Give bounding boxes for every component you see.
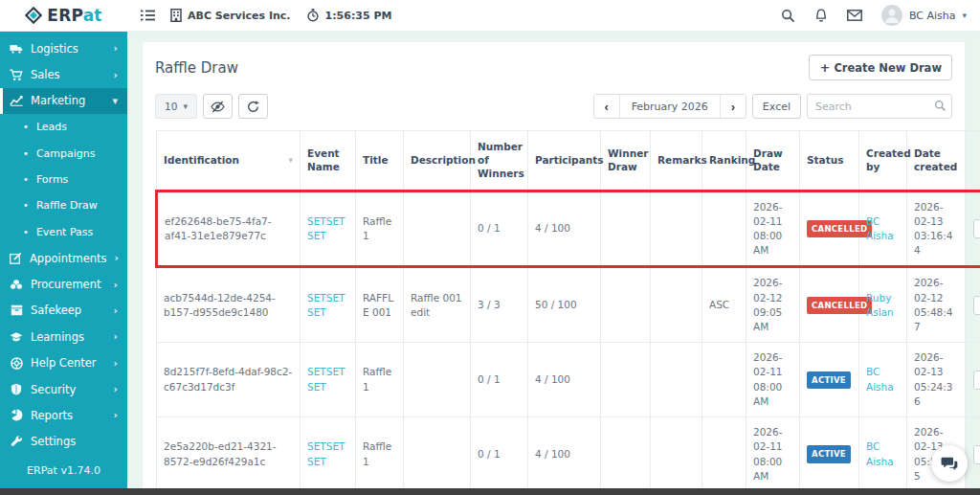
table-row: 2e5a220b-ed21-4321-8572-e9d26f429a1c SET… <box>157 417 980 488</box>
bullet-icon: • <box>23 122 29 132</box>
column-header-draw-date[interactable]: Draw Date <box>746 131 800 191</box>
sidebar-item-sales[interactable]: Sales › <box>0 61 127 87</box>
sidebar-item-label: Marketing <box>31 94 85 107</box>
cell-remarks <box>651 417 702 488</box>
erpat-logo-icon <box>25 7 42 24</box>
cell-description <box>404 417 471 488</box>
month-label: February 2026 <box>619 95 721 118</box>
cell-draw-date: 2026-02-11 08:00 AM <box>746 417 800 488</box>
sidebar-subitem-raffle-draw[interactable]: • Raffle Draw <box>0 192 127 218</box>
sidebar-item-procurement[interactable]: Procurement › <box>0 271 127 297</box>
columns-menu-icon[interactable]: ≡ <box>967 131 980 191</box>
column-header-created-by[interactable]: Created by <box>859 131 907 191</box>
cell-event-name-link[interactable]: SETSETSET <box>301 417 356 488</box>
table-search <box>807 94 952 119</box>
sort-caret-icon: ▾ <box>288 154 293 166</box>
sidebar-item-learnings[interactable]: Learnings › <box>0 324 127 349</box>
cell-title: Raffle 1 <box>356 417 404 488</box>
erpat-logo[interactable]: ERPat <box>0 0 127 31</box>
user-menu-caret-icon: ▾ <box>962 11 967 20</box>
cell-created-by-link[interactable]: BC Aisha <box>859 417 907 488</box>
column-header-title[interactable]: Title <box>356 131 404 191</box>
time-value: 1:56:35 PM <box>325 10 392 22</box>
cell-title: Raffle 1 <box>356 191 404 267</box>
column-header-identification[interactable]: Identification ▾ <box>157 131 301 191</box>
sidebar-item-safekeep[interactable]: Safekeep › <box>0 298 127 324</box>
server-time: 1:56:35 PM <box>306 9 392 22</box>
search-icon[interactable] <box>781 9 795 23</box>
prev-month-button[interactable]: ‹ <box>594 95 619 118</box>
cart-icon <box>10 69 23 81</box>
cell-event-name-link[interactable]: SETSETSET <box>301 267 356 343</box>
column-header-date-created[interactable]: Date created <box>907 131 967 191</box>
row-actions-button[interactable]: ⚙⚙ ▾ <box>973 296 980 315</box>
cell-ranking: ASC <box>702 267 746 343</box>
sidebar-subitem-campaigns[interactable]: • Campaigns <box>0 141 127 167</box>
column-header-ranking[interactable]: Ranking <box>702 131 746 191</box>
coins-icon <box>10 279 23 290</box>
cell-status: ACTIVE <box>800 343 859 417</box>
column-header-event-name[interactable]: Event Name <box>301 131 356 191</box>
cell-remarks <box>651 343 702 417</box>
chevron-right-icon: › <box>113 330 118 343</box>
sidebar-item-appointments[interactable]: Appointments › <box>0 245 127 271</box>
sidebar-item-security[interactable]: Security › <box>0 376 127 402</box>
eye-slash-icon <box>211 101 225 113</box>
cell-ranking <box>702 191 746 267</box>
sidebar-subitem-label: Raffle Draw <box>36 199 98 212</box>
column-header-description[interactable]: Description <box>404 131 471 191</box>
sidebar-item-help-center[interactable]: Help Center › <box>0 350 127 376</box>
row-actions-button[interactable]: ⚙⚙ ▾ <box>973 445 980 464</box>
cell-number-of-winners: 3 / 3 <box>471 267 528 343</box>
cell-created-by-link[interactable]: BC Aisha <box>859 343 907 417</box>
cell-draw-date: 2026-02-11 08:00 AM <box>746 343 800 417</box>
page-size-select[interactable]: 10 ▾ <box>155 94 197 119</box>
column-header-participants[interactable]: Participants <box>528 131 601 191</box>
status-badge: ACTIVE <box>807 445 851 462</box>
messages-envelope-icon[interactable] <box>847 10 862 21</box>
cell-created-by-link[interactable]: BC Aisha <box>859 191 907 267</box>
refresh-button[interactable] <box>238 94 268 119</box>
excel-export-button[interactable]: Excel <box>752 94 801 119</box>
column-header-number-of-winners[interactable]: Number of Winners <box>471 131 528 191</box>
next-month-button[interactable]: › <box>721 95 746 118</box>
create-new-draw-button[interactable]: + Create New Draw <box>809 55 952 80</box>
chat-button[interactable] <box>931 445 968 482</box>
sidebar-item-marketing[interactable]: Marketing ▾ <box>0 88 127 114</box>
cell-remarks <box>651 191 702 267</box>
sidebar-item-reports[interactable]: Reports › <box>0 402 127 428</box>
column-header-status[interactable]: Status <box>800 131 859 191</box>
cell-created-by-link[interactable]: Ruby Aslan <box>859 267 907 343</box>
row-actions-button[interactable]: ⚙⚙ ▾ <box>973 219 980 238</box>
cell-event-name-link[interactable]: SETSETSET <box>301 191 356 267</box>
sidebar-toggle-icon[interactable] <box>141 10 155 21</box>
column-header-winner-draw[interactable]: Winner Draw <box>601 131 651 191</box>
user-name: BC Aisha <box>909 10 956 22</box>
app-version: ERPat v1.74.0 <box>0 455 127 488</box>
row-actions-button[interactable]: ⚙⚙ ▾ <box>973 371 980 390</box>
cell-event-name-link[interactable]: SETSETSET <box>301 343 356 417</box>
chevron-right-icon: › <box>113 279 118 291</box>
cell-winner-draw <box>601 191 651 267</box>
cell-actions: ⚙⚙ ▾ <box>967 267 980 343</box>
sidebar-subitem-leads[interactable]: • Leads <box>0 114 127 140</box>
sidebar-subitem-forms[interactable]: • Forms <box>0 167 127 192</box>
logo-text-primary: ERP <box>47 6 82 25</box>
sidebar-subitem-event-pass[interactable]: • Event Pass <box>0 219 127 245</box>
toggle-columns-button[interactable] <box>203 94 233 119</box>
column-header-remarks[interactable]: Remarks <box>651 131 702 191</box>
sidebar-item-logistics[interactable]: Logistics › <box>0 35 127 61</box>
user-menu[interactable]: BC Aisha ▾ <box>881 5 967 26</box>
cell-ranking <box>702 343 746 417</box>
sidebar-item-settings[interactable]: Settings <box>0 429 127 455</box>
chevron-right-icon: › <box>113 409 118 421</box>
notifications-bell-icon[interactable] <box>814 9 828 23</box>
caret-down-icon: ▾ <box>183 101 188 111</box>
company-selector: ABC Services Inc. <box>170 9 291 22</box>
chevron-right-icon: › <box>113 69 118 81</box>
search-input[interactable] <box>807 94 952 119</box>
sidebar-subitem-label: Forms <box>36 173 68 186</box>
clock-icon <box>306 9 320 22</box>
sidebar: Logistics › Sales › Marketing ▾ • Leads … <box>0 32 127 488</box>
bullet-icon: • <box>23 227 29 237</box>
